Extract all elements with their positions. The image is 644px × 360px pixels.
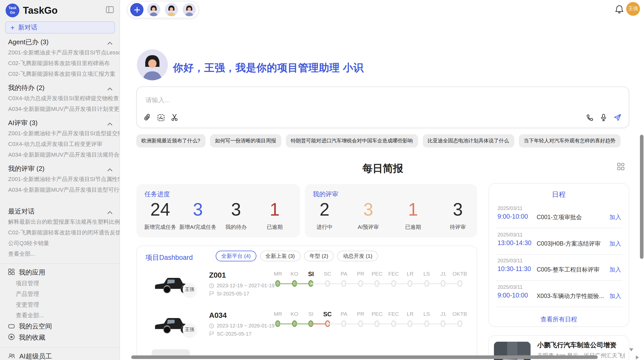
sidebar-item-my-favorites[interactable]: 我的收藏: [0, 332, 120, 343]
sidebar-section-header[interactable]: 我的评审 (2): [0, 164, 120, 174]
sidebar-section-header[interactable]: 最近对话: [0, 206, 120, 217]
sidebar-item-my-apps[interactable]: 我的应用: [0, 267, 120, 278]
notification-bell-icon[interactable]: [615, 5, 624, 16]
scroll-down-arrow-icon[interactable]: [629, 348, 633, 351]
stat-group[interactable]: 3我的待办: [216, 199, 256, 231]
sidebar-app-subitem[interactable]: 变更管理: [0, 299, 120, 310]
vertical-scrollbar[interactable]: [640, 135, 643, 259]
sidebar-item[interactable]: C02-飞腾新能源轻客改款项目立项汇报方案: [0, 69, 120, 79]
sidebar-item[interactable]: Z001-全新燃油皮卡产品开发项目SI节点Lesson Learn报告: [0, 47, 120, 58]
stat-group[interactable]: 3AI预评审: [348, 199, 389, 231]
stat-value: 3: [178, 199, 218, 220]
sidebar-header: TaskGo TaskGo: [0, 0, 120, 20]
suggestion-chip[interactable]: 欧洲新规最近颁布了什么?: [136, 134, 205, 147]
sidebar-item[interactable]: Z001-全新燃油轻卡产品开发项目SI节点属性5D文件评审: [0, 174, 120, 185]
sidebar-item[interactable]: 查看全部...: [0, 249, 120, 259]
sidebar-item[interactable]: C0X4-动力总成开发项目SI里程碑提交物检查: [0, 93, 120, 104]
sidebar-item[interactable]: A034-全新新能源MUV产品开发项目造型可行性评审: [0, 185, 120, 195]
dashboard-tab[interactable]: 全新上装 (3): [260, 251, 301, 261]
sidebar-section-header[interactable]: 我的待办 (2): [0, 83, 120, 93]
dashboard-tab[interactable]: 动总开发 (1): [338, 251, 378, 261]
join-meeting-link[interactable]: 加入: [609, 292, 621, 300]
sidebar-item[interactable]: 解释最新出台的欧盟报废车法规再生塑料比例被调至15%...: [0, 217, 120, 227]
schedule-card: 日程 2025/03/119:00-10:00C001-立项审批会加入2025/…: [488, 183, 629, 327]
project-row[interactable]: 王强A0342023-12-19 ~ 2026-01-19SC-2025-05-…: [137, 309, 477, 349]
milestone-dot[interactable]: [457, 320, 462, 327]
briefing-stat-card: 我的评审2进行中3AI预评审1已逾期3待评审: [305, 184, 477, 237]
stat-label: 已逾期: [254, 224, 295, 231]
schedule-divider: [496, 228, 623, 228]
add-conversation-button[interactable]: [130, 3, 143, 16]
sidebar-divider: [0, 263, 120, 264]
project-row[interactable]: 王强Z0012023-12-19 ~ 2027-01-19SI-2025-05-…: [137, 268, 477, 309]
conversation-avatar[interactable]: [165, 3, 178, 16]
suggestion-chip[interactable]: 比亚迪全固态电池计划具体说了什么: [422, 134, 514, 147]
sidebar-collapse-icon[interactable]: [106, 6, 114, 15]
image-upload-icon[interactable]: [157, 113, 165, 122]
schedule-divider: [496, 306, 623, 307]
milestone-label: LS: [418, 311, 435, 317]
stat-group[interactable]: 1已逾期: [393, 199, 433, 231]
stat-group[interactable]: 1已逾期: [254, 199, 295, 231]
join-meeting-link[interactable]: 加入: [609, 214, 621, 221]
phone-icon[interactable]: [586, 113, 594, 122]
user-avatar[interactable]: 王强: [626, 2, 640, 16]
plus-icon: +: [10, 23, 14, 31]
stat-group[interactable]: 3待评审: [437, 199, 478, 231]
conversation-avatar[interactable]: [183, 3, 196, 16]
sidebar-item[interactable]: C02-飞腾新能源轻客改款项目的闭环通告反馈情况: [0, 227, 120, 238]
send-icon[interactable]: [613, 113, 622, 122]
view-all-schedule-link[interactable]: 查看所有日程: [489, 315, 629, 324]
project-dashboard-card: 项目Dashboard 全新平台 (4)全新上装 (3)年型 (2)动总开发 (…: [136, 246, 477, 359]
sidebar-item[interactable]: C02-飞腾新能源轻客改款项目里程碑画布: [0, 58, 120, 69]
stat-group[interactable]: 24新增完成任务: [140, 199, 181, 231]
chat-input[interactable]: 请输入...: [136, 86, 629, 128]
scissors-icon[interactable]: [171, 113, 179, 122]
sidebar-section-header[interactable]: Agent已办 (3): [0, 37, 120, 47]
schedule-time: 9:00-10:00: [497, 213, 528, 220]
project-date-range: 2023-12-19 ~ 2026-01-19: [209, 323, 274, 328]
scroll-right-arrow-icon[interactable]: [636, 355, 639, 359]
milestone-label: PA: [336, 311, 353, 317]
schedule-date: 2025/03/11: [497, 232, 523, 237]
attachment-icon[interactable]: [143, 113, 151, 122]
sidebar-item-my-cloud[interactable]: 我的云空间: [0, 321, 120, 332]
milestone-label: OKTB: [451, 311, 468, 317]
milestone-label: PR: [352, 311, 369, 317]
sidebar-item[interactable]: A034-全新新能源MUV产品开发项目法规符合性评审: [0, 149, 120, 160]
sidebar-section-header[interactable]: AI评审 (3): [0, 118, 120, 128]
sidebar-item[interactable]: 公司Q3轻卡销量: [0, 238, 120, 249]
stat-group[interactable]: 3新增AI完成任务: [178, 199, 218, 231]
sidebar-app-subitem[interactable]: 查看全部...: [0, 310, 120, 321]
dashboard-tab[interactable]: 全新平台 (4): [216, 251, 256, 261]
sidebar-item-ai-staff[interactable]: AI超级员工: [0, 351, 120, 360]
sidebar-app-subitem[interactable]: 产品管理: [0, 289, 120, 299]
schedule-time: 10:30-11:30: [497, 265, 531, 273]
news-title: 小鹏飞行汽车制造公司增资: [537, 341, 617, 350]
mic-icon[interactable]: [600, 113, 607, 122]
suggestion-chip[interactable]: 如何写一份清晰的项目周报: [210, 134, 281, 147]
milestone-label: MR: [270, 311, 286, 317]
stat-value: 3: [437, 199, 478, 220]
milestone-dot[interactable]: [457, 280, 462, 287]
suggestion-chip[interactable]: 特朗普可能对进口汽车增税会对中国车企造成哪些影响: [286, 134, 418, 147]
input-placeholder: 请输入...: [145, 96, 170, 105]
dashboard-tab[interactable]: 年型 (2): [304, 251, 334, 261]
sidebar-app-subitem[interactable]: 项目管理: [0, 278, 120, 289]
conversation-avatar[interactable]: [147, 3, 160, 16]
stat-group[interactable]: 2进行中: [304, 199, 345, 231]
briefing-layout-icon[interactable]: [617, 163, 625, 172]
dashboard-title: 项目Dashboard: [145, 253, 193, 262]
milestone-label: MR: [270, 271, 286, 277]
sidebar-item[interactable]: Z001-全新燃油轻卡产品开发项目SI造型提交物评审: [0, 128, 120, 139]
sidebar-item[interactable]: A034-全新新能源MUV产品开发项目计划变更表编写: [0, 104, 120, 114]
suggestion-chip[interactable]: 当下年轻人对汽车外观有怎样的喜好趋势: [519, 134, 620, 147]
join-meeting-link[interactable]: 加入: [609, 266, 621, 274]
new-chat-button[interactable]: +新对话: [5, 21, 115, 34]
sidebar-item[interactable]: C0X4-动力总成开发项目工程变更评审: [0, 139, 120, 149]
join-meeting-link[interactable]: 加入: [609, 240, 621, 247]
briefing-stat-card: 任务进度24新增完成任务3新增AI完成任务3我的待办1已逾期: [136, 184, 300, 237]
milestone-label: KO: [286, 271, 303, 277]
horizontal-scrollbar[interactable]: [131, 355, 598, 359]
chevron-up-icon: [107, 84, 112, 92]
